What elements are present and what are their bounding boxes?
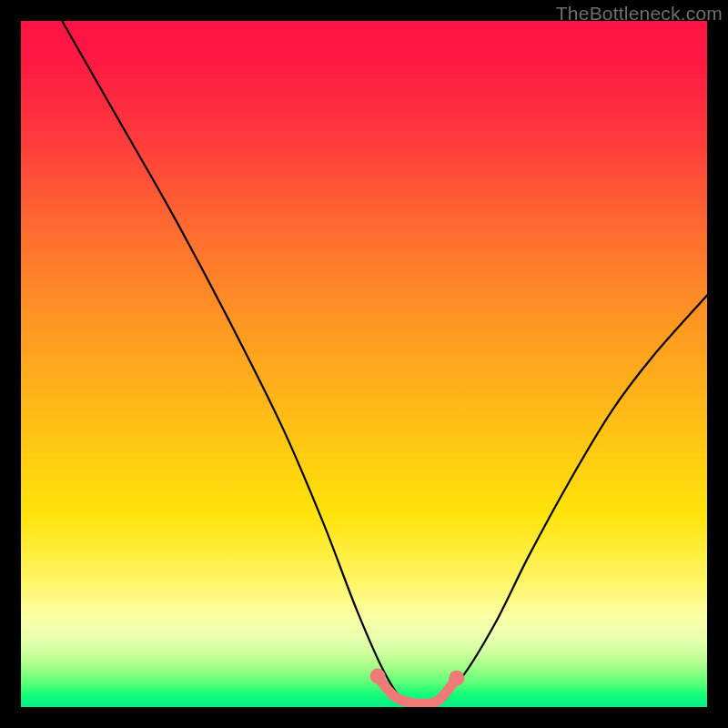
chart-svg xyxy=(21,21,707,707)
watermark-text: TheBottleneck.com xyxy=(556,3,723,25)
band-endpoint-dot xyxy=(370,669,386,684)
band-endpoint-dot xyxy=(449,671,464,686)
bottleneck-curve xyxy=(62,21,707,703)
chart-frame: TheBottleneck.com xyxy=(0,0,728,728)
plot-area xyxy=(21,21,707,707)
